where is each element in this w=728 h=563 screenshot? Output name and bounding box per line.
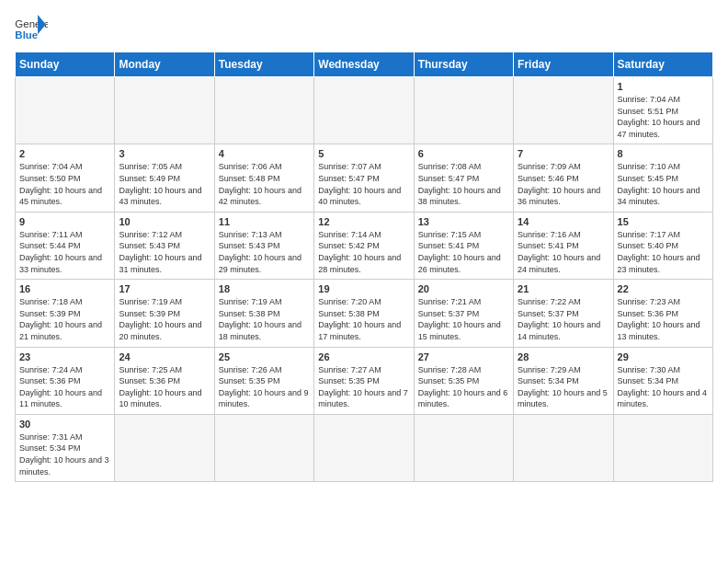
- weekday-header-thursday: Thursday: [414, 52, 513, 77]
- calendar-cell: [16, 77, 115, 144]
- calendar-cell: [613, 414, 712, 481]
- day-info: Sunrise: 7:04 AM Sunset: 5:50 PM Dayligh…: [19, 161, 110, 207]
- day-info: Sunrise: 7:13 AM Sunset: 5:43 PM Dayligh…: [219, 229, 310, 275]
- day-info: Sunrise: 7:18 AM Sunset: 5:39 PM Dayligh…: [19, 296, 110, 342]
- calendar-cell: 14Sunrise: 7:16 AM Sunset: 5:41 PM Dayli…: [514, 212, 613, 279]
- day-number: 4: [219, 148, 310, 159]
- day-info: Sunrise: 7:06 AM Sunset: 5:48 PM Dayligh…: [219, 161, 310, 207]
- calendar-cell: 16Sunrise: 7:18 AM Sunset: 5:39 PM Dayli…: [16, 280, 115, 347]
- day-info: Sunrise: 7:21 AM Sunset: 5:37 PM Dayligh…: [418, 296, 509, 342]
- day-info: Sunrise: 7:15 AM Sunset: 5:41 PM Dayligh…: [418, 229, 509, 275]
- calendar-cell: 30Sunrise: 7:31 AM Sunset: 5:34 PM Dayli…: [16, 414, 115, 481]
- weekday-header-friday: Friday: [514, 52, 613, 77]
- calendar-cell: 23Sunrise: 7:24 AM Sunset: 5:36 PM Dayli…: [16, 347, 115, 414]
- day-info: Sunrise: 7:30 AM Sunset: 5:34 PM Dayligh…: [618, 364, 709, 410]
- day-info: Sunrise: 7:20 AM Sunset: 5:38 PM Dayligh…: [318, 296, 409, 342]
- calendar-cell: 20Sunrise: 7:21 AM Sunset: 5:37 PM Dayli…: [414, 280, 513, 347]
- day-info: Sunrise: 7:17 AM Sunset: 5:40 PM Dayligh…: [618, 229, 709, 275]
- calendar-cell: 7Sunrise: 7:09 AM Sunset: 5:46 PM Daylig…: [514, 144, 613, 212]
- day-number: 20: [418, 283, 509, 294]
- calendar-cell: 12Sunrise: 7:14 AM Sunset: 5:42 PM Dayli…: [314, 212, 414, 279]
- day-number: 5: [318, 148, 409, 159]
- day-number: 13: [418, 216, 509, 227]
- calendar-cell: [314, 77, 414, 144]
- day-number: 26: [318, 351, 409, 362]
- calendar-cell: 24Sunrise: 7:25 AM Sunset: 5:36 PM Dayli…: [115, 347, 214, 414]
- calendar-cell: 25Sunrise: 7:26 AM Sunset: 5:35 PM Dayli…: [214, 347, 313, 414]
- calendar-cell: [314, 414, 414, 481]
- day-info: Sunrise: 7:23 AM Sunset: 5:36 PM Dayligh…: [618, 296, 709, 342]
- day-number: 19: [318, 283, 409, 294]
- calendar-cell: [115, 77, 214, 144]
- weekday-header-saturday: Saturday: [613, 52, 712, 77]
- day-info: Sunrise: 7:19 AM Sunset: 5:38 PM Dayligh…: [219, 296, 310, 342]
- day-number: 9: [19, 216, 110, 227]
- day-info: Sunrise: 7:05 AM Sunset: 5:49 PM Dayligh…: [119, 161, 210, 207]
- calendar-cell: 1Sunrise: 7:04 AM Sunset: 5:51 PM Daylig…: [613, 77, 712, 144]
- day-number: 21: [518, 283, 609, 294]
- logo-icon: General Blue: [15, 15, 48, 42]
- day-info: Sunrise: 7:28 AM Sunset: 5:35 PM Dayligh…: [418, 364, 509, 410]
- day-info: Sunrise: 7:26 AM Sunset: 5:35 PM Dayligh…: [219, 364, 310, 410]
- day-number: 17: [119, 283, 210, 294]
- svg-marker-2: [38, 15, 46, 34]
- day-number: 24: [119, 351, 210, 362]
- calendar-cell: [214, 77, 313, 144]
- day-number: 25: [219, 351, 310, 362]
- day-number: 18: [219, 283, 310, 294]
- calendar-cell: [214, 414, 313, 481]
- day-info: Sunrise: 7:12 AM Sunset: 5:43 PM Dayligh…: [119, 229, 210, 275]
- day-number: 16: [19, 283, 110, 294]
- day-info: Sunrise: 7:27 AM Sunset: 5:35 PM Dayligh…: [318, 364, 409, 410]
- day-info: Sunrise: 7:11 AM Sunset: 5:44 PM Dayligh…: [19, 229, 110, 275]
- calendar-cell: 2Sunrise: 7:04 AM Sunset: 5:50 PM Daylig…: [16, 144, 115, 212]
- calendar-cell: 28Sunrise: 7:29 AM Sunset: 5:34 PM Dayli…: [514, 347, 613, 414]
- calendar-cell: 13Sunrise: 7:15 AM Sunset: 5:41 PM Dayli…: [414, 212, 513, 279]
- weekday-header-tuesday: Tuesday: [214, 52, 313, 77]
- calendar-cell: 4Sunrise: 7:06 AM Sunset: 5:48 PM Daylig…: [214, 144, 313, 212]
- calendar-cell: 5Sunrise: 7:07 AM Sunset: 5:47 PM Daylig…: [314, 144, 414, 212]
- day-number: 30: [19, 419, 110, 430]
- calendar-cell: [514, 414, 613, 481]
- calendar-cell: 15Sunrise: 7:17 AM Sunset: 5:40 PM Dayli…: [613, 212, 712, 279]
- weekday-header-monday: Monday: [115, 52, 214, 77]
- calendar-cell: 22Sunrise: 7:23 AM Sunset: 5:36 PM Dayli…: [613, 280, 712, 347]
- day-info: Sunrise: 7:04 AM Sunset: 5:51 PM Dayligh…: [618, 94, 709, 140]
- calendar-cell: 8Sunrise: 7:10 AM Sunset: 5:45 PM Daylig…: [613, 144, 712, 212]
- day-info: Sunrise: 7:29 AM Sunset: 5:34 PM Dayligh…: [518, 364, 609, 410]
- calendar-cell: [414, 77, 513, 144]
- day-info: Sunrise: 7:08 AM Sunset: 5:47 PM Dayligh…: [418, 161, 509, 207]
- calendar-cell: 10Sunrise: 7:12 AM Sunset: 5:43 PM Dayli…: [115, 212, 214, 279]
- day-number: 7: [518, 148, 609, 159]
- day-info: Sunrise: 7:07 AM Sunset: 5:47 PM Dayligh…: [318, 161, 409, 207]
- calendar-cell: 26Sunrise: 7:27 AM Sunset: 5:35 PM Dayli…: [314, 347, 414, 414]
- calendar-cell: 29Sunrise: 7:30 AM Sunset: 5:34 PM Dayli…: [613, 347, 712, 414]
- day-info: Sunrise: 7:14 AM Sunset: 5:42 PM Dayligh…: [318, 229, 409, 275]
- day-number: 29: [618, 351, 709, 362]
- calendar-cell: 6Sunrise: 7:08 AM Sunset: 5:47 PM Daylig…: [414, 144, 513, 212]
- day-number: 14: [518, 216, 609, 227]
- svg-text:Blue: Blue: [15, 29, 38, 40]
- weekday-header-wednesday: Wednesday: [314, 52, 414, 77]
- header: General Blue: [15, 15, 713, 42]
- calendar-cell: 17Sunrise: 7:19 AM Sunset: 5:39 PM Dayli…: [115, 280, 214, 347]
- day-number: 15: [618, 216, 709, 227]
- day-number: 27: [418, 351, 509, 362]
- day-info: Sunrise: 7:09 AM Sunset: 5:46 PM Dayligh…: [518, 161, 609, 207]
- calendar-cell: 9Sunrise: 7:11 AM Sunset: 5:44 PM Daylig…: [16, 212, 115, 279]
- day-number: 10: [119, 216, 210, 227]
- weekday-header-sunday: Sunday: [16, 52, 115, 77]
- calendar-cell: [115, 414, 214, 481]
- day-number: 3: [119, 148, 210, 159]
- day-number: 1: [618, 81, 709, 92]
- calendar-cell: 3Sunrise: 7:05 AM Sunset: 5:49 PM Daylig…: [115, 144, 214, 212]
- day-info: Sunrise: 7:25 AM Sunset: 5:36 PM Dayligh…: [119, 364, 210, 410]
- day-info: Sunrise: 7:24 AM Sunset: 5:36 PM Dayligh…: [19, 364, 110, 410]
- day-number: 8: [618, 148, 709, 159]
- calendar-cell: [414, 414, 513, 481]
- calendar-cell: 19Sunrise: 7:20 AM Sunset: 5:38 PM Dayli…: [314, 280, 414, 347]
- day-info: Sunrise: 7:16 AM Sunset: 5:41 PM Dayligh…: [518, 229, 609, 275]
- calendar-cell: [514, 77, 613, 144]
- day-info: Sunrise: 7:19 AM Sunset: 5:39 PM Dayligh…: [119, 296, 210, 342]
- day-info: Sunrise: 7:31 AM Sunset: 5:34 PM Dayligh…: [19, 431, 110, 477]
